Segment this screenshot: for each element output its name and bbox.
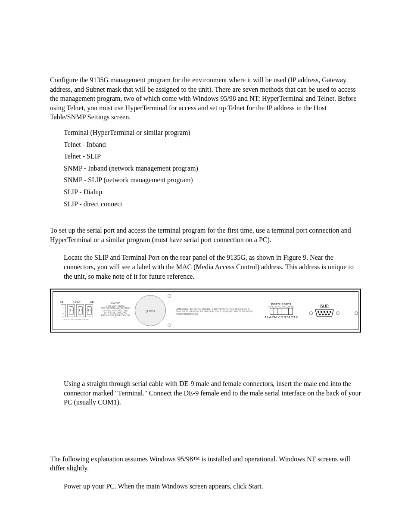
svg-point-4 [330,311,331,313]
method-item: SLIP - direct connect [64,199,361,209]
screw-hole-icon [168,324,171,327]
svg-point-7 [325,314,327,315]
attention-block: ATTENTION: POUR CONSERVER LA PROTECTION … [174,306,260,316]
method-item: SLIP - Dialup [64,187,361,197]
jackscrew-icon [336,311,339,315]
iec-inlet-icon [85,304,93,317]
svg-point-1 [321,311,322,313]
setup-paragraph: To set up the serial port and access the… [50,226,361,244]
explain-paragraph: The following explanation assumes Window… [50,454,361,473]
figure-9-rear-panel: A/B A ONLY A/B 10 100-240 VAC 50/60 Hz 2… [50,289,361,333]
alarm-contacts-block: PORT2 PORT1 NO COM NC NO COM NC ALARM CO… [260,303,303,319]
method-item: Telnet - SLIP [64,152,361,161]
terminal-connector-block: Terminal [346,304,358,317]
method-item: Telnet - Inband [64,140,361,149]
power-inlet-block: A/B A ONLY A/B 10 100-240 VAC 50/60 Hz 2… [53,301,100,320]
locate-step: Locate the SLIP and Terminal Port on the… [64,253,361,281]
svg-point-0 [318,311,319,313]
methods-list: Terminal (HyperTerminal or similar progr… [64,128,361,208]
alarm-contacts-label: ALARM CONTACTS [265,316,298,319]
iec-inlet-icon [67,304,75,317]
caution-label: CAUTION FOR CONTINUED PROTECTION AGAINST… [100,302,131,319]
power-label-b: A ONLY [73,301,81,303]
power-step: Power up your PC. When the main Windows … [64,482,361,491]
intro-paragraph: Configure the 9135G management program f… [50,75,361,122]
jackscrew-icon [355,311,358,315]
power-label-c: A/B [90,301,93,303]
screw-hole-icon [168,294,171,298]
caution-body: FOR CONTINUED PROTECTION AGAINST RISK OF… [100,305,131,319]
svg-point-8 [328,314,330,315]
method-item: Terminal (HyperTerminal or similar progr… [64,128,361,137]
svg-point-5 [319,314,321,315]
cable-step: Using a straight through serial cable wi… [64,379,361,407]
power-switch-icon: 10 [61,304,66,317]
fan-block: (FAN) [131,292,174,330]
fan-icon: (FAN) [135,295,166,326]
svg-point-2 [324,311,325,313]
jackscrew-icon [309,311,313,315]
slip-connector-block: SLIP [303,304,346,317]
de9-connector-icon [314,309,335,317]
method-item: SNMP - Inband (network management progra… [64,164,361,173]
svg-point-6 [322,314,324,315]
svg-point-3 [327,311,328,313]
terminal-block-icon [270,308,293,315]
figure-inner: A/B A ONLY A/B 10 100-240 VAC 50/60 Hz 2… [53,291,358,330]
power-label-a: A/B [60,301,63,303]
method-item: SNMP - SLIP (network management program) [64,175,361,185]
power-rating-note: 100-240 VAC 50/60 Hz 2.0A MAX [64,318,90,320]
iec-inlet-icon [76,304,84,317]
page-number: 3-1 [50,530,361,532]
slip-label: SLIP [320,304,329,308]
document-page: Configure the 9135G management program f… [0,0,411,532]
